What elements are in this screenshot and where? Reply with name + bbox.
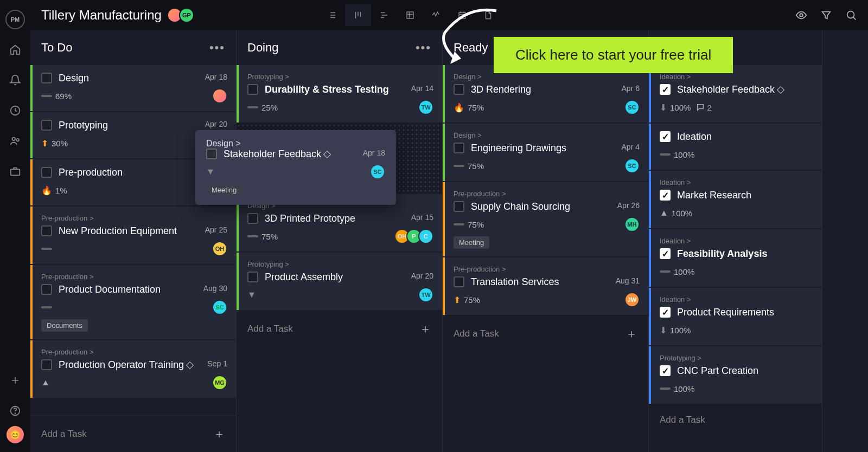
- file-view-icon[interactable]: [475, 4, 501, 26]
- clock-icon[interactable]: [9, 104, 22, 117]
- task-card[interactable]: Prototyping > ✓ CNC Part Creation 100%: [649, 346, 822, 404]
- task-card[interactable]: Prototyping > Product Assembly Apr 20 ▼ …: [237, 253, 442, 310]
- task-checkbox[interactable]: ✓: [660, 131, 671, 142]
- current-user-avatar[interactable]: 😊: [7, 426, 24, 443]
- priority-bar-icon: [41, 95, 52, 97]
- column-ready: Ready Design > 3D Rendering Apr 6 🔥 75% …: [443, 30, 649, 452]
- help-icon[interactable]: [9, 404, 22, 417]
- filter-icon[interactable]: [820, 9, 832, 21]
- svg-rect-3: [11, 169, 20, 175]
- column-menu-icon[interactable]: •••: [209, 41, 225, 55]
- home-icon[interactable]: [9, 43, 22, 56]
- comments-icon[interactable]: 2: [696, 103, 711, 112]
- task-checkbox[interactable]: [454, 201, 464, 212]
- svg-rect-6: [407, 12, 413, 18]
- dragging-card[interactable]: Design > Stakeholder Feedback Apr 18 ▼ S…: [195, 130, 396, 205]
- task-checkbox[interactable]: ✓: [660, 307, 671, 318]
- assignee-avatar[interactable]: MH: [624, 217, 640, 232]
- task-card[interactable]: Ideation > ✓ Feasibility Analysis 100%: [649, 229, 822, 287]
- svg-point-5: [15, 413, 16, 414]
- calendar-view-icon[interactable]: [449, 4, 475, 26]
- task-checkbox[interactable]: ✓: [660, 190, 671, 201]
- add-task-button[interactable]: Add a Task: [649, 405, 822, 435]
- team-avatars[interactable]: GP: [170, 8, 194, 23]
- dashboard-view-icon[interactable]: [423, 4, 449, 26]
- task-card[interactable]: Prototyping > Durability & Stress Testin…: [237, 65, 442, 122]
- bell-icon[interactable]: [9, 74, 22, 87]
- task-checkbox[interactable]: [41, 225, 52, 236]
- plus-icon: ＋: [213, 426, 225, 442]
- milestone-icon: [186, 361, 194, 369]
- task-checkbox[interactable]: [41, 284, 52, 295]
- task-checkbox[interactable]: ✓: [660, 365, 671, 376]
- task-checkbox[interactable]: [41, 120, 52, 131]
- assignee-avatar[interactable]: TW: [418, 287, 433, 302]
- list-view-icon[interactable]: [319, 4, 345, 26]
- task-card[interactable]: Ideation > ✓ Product Requirements ⬇ 100%: [649, 288, 822, 345]
- priority-fire-icon: 🔥: [41, 185, 52, 196]
- task-card[interactable]: Design > Engineering Drawings Apr 4 75% …: [443, 124, 648, 181]
- priority-bar-icon: [247, 106, 258, 108]
- task-checkbox[interactable]: [454, 143, 464, 153]
- milestone-icon: [323, 151, 331, 158]
- assignee-avatar[interactable]: C: [418, 229, 433, 244]
- add-task-button[interactable]: Add a Task＋: [443, 316, 648, 352]
- team-icon[interactable]: [9, 134, 22, 147]
- assignee-avatar[interactable]: OH: [212, 241, 227, 256]
- task-card[interactable]: Ideation > ✓ Stakeholder Feedback ⬇ 100%…: [649, 65, 822, 122]
- task-checkbox[interactable]: [41, 167, 52, 178]
- assignee-avatar[interactable]: SC: [212, 300, 227, 315]
- task-card[interactable]: Design Apr 18 69%: [30, 65, 236, 111]
- assignee-avatar[interactable]: SC: [624, 100, 640, 115]
- app-logo[interactable]: PM: [5, 10, 25, 29]
- eye-icon[interactable]: [795, 9, 807, 21]
- task-checkbox[interactable]: [247, 84, 258, 95]
- search-icon[interactable]: [845, 9, 857, 21]
- assignee-avatar[interactable]: SC: [370, 164, 385, 179]
- svg-rect-7: [459, 12, 465, 18]
- task-card[interactable]: Pre-production > New Production Equipmen…: [30, 206, 236, 264]
- cta-banner[interactable]: Click here to start your free trial: [494, 37, 733, 73]
- kanban-board: To Do ••• Design Apr 18 69% Prototyping …: [30, 30, 868, 452]
- assignee-avatar[interactable]: TW: [418, 100, 433, 115]
- add-icon[interactable]: [9, 374, 22, 387]
- task-checkbox[interactable]: ✓: [660, 84, 671, 95]
- add-task-button[interactable]: Add a Task＋: [30, 416, 236, 452]
- task-card[interactable]: Pre-production > Product Documentation A…: [30, 265, 236, 339]
- task-checkbox[interactable]: [41, 73, 52, 83]
- assignee-avatar[interactable]: JW: [624, 292, 640, 307]
- task-card[interactable]: Design > 3D Rendering Apr 6 🔥 75% SC: [443, 65, 648, 122]
- priority-bar-icon: [247, 235, 258, 237]
- assignee-avatar[interactable]: SC: [624, 158, 640, 173]
- priority-down-icon: ▼: [206, 167, 215, 177]
- milestone-icon: [777, 86, 784, 94]
- column-done: Ideation > ✓ Stakeholder Feedback ⬇ 100%…: [649, 30, 822, 452]
- task-tag: Meeting: [206, 184, 242, 196]
- column-title: Doing: [247, 41, 278, 55]
- priority-bar-icon: [454, 223, 464, 225]
- gantt-view-icon[interactable]: [371, 4, 397, 26]
- task-checkbox[interactable]: ✓: [660, 248, 671, 259]
- column-menu-icon[interactable]: •••: [416, 41, 431, 55]
- task-card[interactable]: ✓ Ideation 100%: [649, 124, 822, 170]
- task-card[interactable]: Pre-production > Supply Chain Sourcing A…: [443, 182, 648, 256]
- add-task-button[interactable]: Add a Task＋: [237, 311, 442, 347]
- task-card[interactable]: Pre-production > Production Operator Tra…: [30, 340, 236, 398]
- task-checkbox[interactable]: [41, 359, 52, 370]
- task-checkbox[interactable]: [247, 272, 258, 282]
- task-card[interactable]: Pre-production > Translation Services Au…: [443, 257, 648, 315]
- column-title: Ready: [454, 41, 488, 55]
- task-checkbox[interactable]: [247, 213, 258, 224]
- assignee-avatar[interactable]: MG: [212, 375, 227, 390]
- assignee-avatar[interactable]: [212, 88, 227, 104]
- top-bar: Tillery Manufacturing GP: [30, 0, 868, 30]
- priority-bar-icon: [660, 388, 671, 390]
- task-checkbox[interactable]: [454, 276, 464, 287]
- task-checkbox[interactable]: [206, 148, 217, 159]
- svg-point-2: [16, 139, 19, 141]
- task-checkbox[interactable]: [454, 84, 464, 95]
- briefcase-icon[interactable]: [9, 165, 22, 178]
- board-view-icon[interactable]: [345, 4, 371, 26]
- sheet-view-icon[interactable]: [397, 4, 423, 26]
- task-card[interactable]: Ideation > ✓ Market Research ▲ 100%: [649, 171, 822, 228]
